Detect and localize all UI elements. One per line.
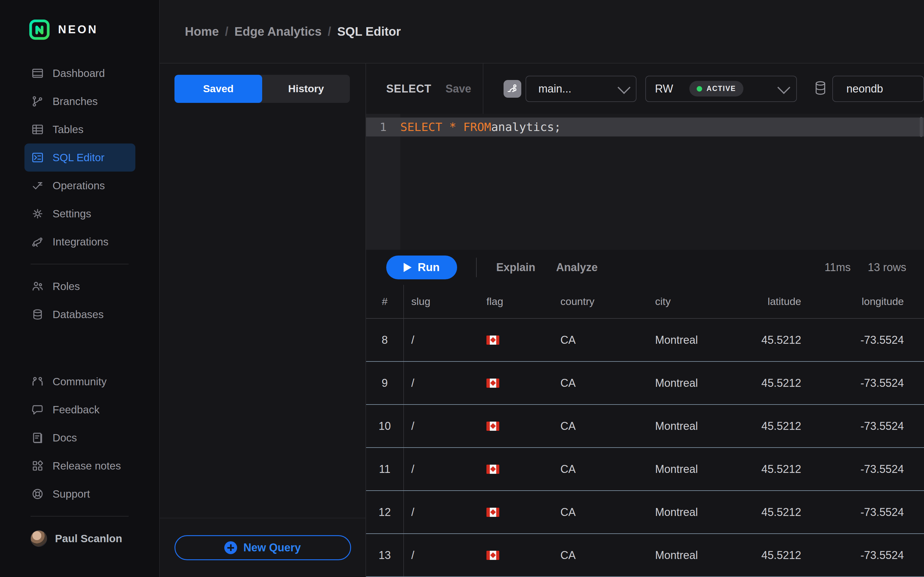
saved-queries-panel: New Query [160, 114, 366, 577]
database-select[interactable]: neondb [832, 76, 924, 102]
sidebar-divider [31, 264, 129, 264]
release-notes-icon [31, 459, 44, 472]
column-header-city: city [647, 295, 739, 308]
sidebar-item-feedback[interactable]: Feedback [24, 396, 136, 424]
breadcrumb-project[interactable]: Edge Analytics [234, 25, 321, 39]
canada-flag-icon [486, 551, 499, 560]
column-header-index: # [366, 285, 404, 318]
sql-identifier: analytics; [491, 120, 561, 134]
breadcrumb-home[interactable]: Home [185, 25, 219, 39]
query-duration: 11ms [825, 261, 851, 274]
docs-icon [31, 431, 44, 444]
integrations-icon [31, 235, 44, 248]
sidebar-item-integrations[interactable]: Integrations [24, 228, 136, 256]
sidebar-item-community[interactable]: Community [24, 367, 136, 396]
run-button[interactable]: Run [386, 256, 457, 279]
run-bar: Run Explain Analyze 11ms 13 rows [366, 250, 924, 285]
saved-history-tabs: Saved History [174, 75, 350, 103]
table-row[interactable]: 12 / CA Montreal 45.5212 -73.5524 [366, 491, 924, 534]
sidebar-item-branches[interactable]: Branches [24, 87, 136, 115]
analyze-button[interactable]: Analyze [554, 261, 599, 274]
compute-select[interactable]: RW ACTIVE [645, 76, 797, 102]
breadcrumb-separator: / [225, 25, 228, 39]
neon-logo-icon [29, 19, 50, 40]
sidebar-item-dashboard[interactable]: Dashboard [24, 59, 136, 87]
chevron-down-icon [617, 81, 630, 94]
query-header: SELECT Save [366, 63, 483, 114]
neon-console: NEON Dashboard Branches Tables SQL Edito… [0, 0, 924, 577]
sql-keyword: SELECT * FROM [400, 120, 491, 134]
roles-icon [31, 280, 44, 293]
branch-chip [504, 80, 521, 98]
support-icon [31, 488, 44, 500]
canada-flag-icon [486, 379, 499, 388]
branch-icon [507, 83, 518, 95]
editor-scrollbar[interactable] [920, 117, 923, 137]
table-row[interactable]: 13 / CA Montreal 45.5212 -73.5524 [366, 534, 924, 577]
save-button[interactable]: Save [446, 82, 471, 95]
table-row[interactable]: 8 / CA Montreal 45.5212 -73.5524 [366, 319, 924, 362]
line-number: 1 [366, 120, 400, 134]
sidebar-item-support[interactable]: Support [24, 480, 136, 508]
sidebar-item-tables[interactable]: Tables [24, 115, 136, 143]
row-count: 13 rows [868, 261, 906, 274]
sidebar-item-settings[interactable]: Settings [24, 200, 136, 228]
sidebar-item-operations[interactable]: Operations [24, 172, 136, 200]
settings-icon [31, 207, 44, 220]
sidebar-nav: Dashboard Branches Tables SQL Editor Ope… [0, 59, 159, 553]
play-icon [404, 263, 412, 272]
sidebar-item-docs[interactable]: Docs [24, 424, 136, 452]
sql-editor-icon [31, 151, 44, 164]
breadcrumb-separator: / [328, 25, 331, 39]
sidebar-divider [31, 516, 129, 517]
column-header-latitude: latitude [739, 295, 809, 308]
community-icon [31, 375, 44, 388]
sidebar: NEON Dashboard Branches Tables SQL Edito… [0, 0, 160, 577]
sidebar-item-release-notes[interactable]: Release notes [24, 452, 136, 480]
chevron-down-icon [777, 81, 790, 94]
main-area: Home / Edge Analytics / SQL Editor Saved… [160, 0, 924, 577]
databases-icon [31, 308, 44, 321]
code-line-1[interactable]: 1 SELECT * FROM analytics; [366, 118, 924, 137]
tab-saved[interactable]: Saved [174, 75, 262, 103]
column-header-country: country [552, 295, 647, 308]
new-query-area: New Query [160, 518, 365, 577]
table-row[interactable]: 9 / CA Montreal 45.5212 -73.5524 [366, 362, 924, 405]
brand-name: NEON [58, 23, 98, 36]
status-badge: ACTIVE [689, 81, 743, 97]
explain-button[interactable]: Explain [494, 261, 537, 274]
branch-value: main... [538, 82, 571, 95]
tab-history[interactable]: History [262, 75, 350, 103]
dashboard-icon [31, 67, 44, 80]
queries-toolbar: Saved History [160, 63, 366, 114]
editor-toolbar: SELECT Save main... RW ACTIVE [366, 63, 924, 114]
column-header-flag: flag [476, 295, 552, 308]
sidebar-item-roles[interactable]: Roles [24, 272, 136, 300]
brand-logo[interactable]: NEON [0, 18, 159, 41]
sidebar-item-sql-editor[interactable]: SQL Editor [24, 143, 136, 172]
breadcrumb: Home / Edge Analytics / SQL Editor [160, 0, 924, 63]
table-row[interactable]: 11 / CA Montreal 45.5212 -73.5524 [366, 448, 924, 491]
branch-select[interactable]: main... [525, 76, 636, 102]
query-title: SELECT [386, 82, 431, 95]
saved-queries-list [160, 114, 365, 518]
canada-flag-icon [486, 422, 499, 431]
plus-icon [224, 541, 237, 554]
feedback-icon [31, 403, 44, 416]
new-query-button[interactable]: New Query [174, 535, 351, 560]
status-label: ACTIVE [706, 85, 736, 93]
column-header-longitude: longitude [809, 295, 911, 308]
sql-code-editor[interactable]: 1 SELECT * FROM analytics; [366, 114, 924, 250]
toolbar-divider [476, 258, 477, 277]
table-header-row: # slug flag country city latitude longit… [366, 285, 924, 319]
active-dot-icon [697, 86, 702, 92]
column-header-slug: slug [404, 295, 476, 308]
compute-value: RW [655, 82, 673, 95]
table-row[interactable]: 10 / CA Montreal 45.5212 -73.5524 [366, 405, 924, 448]
results-table: # slug flag country city latitude longit… [366, 285, 924, 577]
user-menu[interactable]: Paul Scanlon [31, 524, 136, 553]
canada-flag-icon [486, 508, 499, 517]
sidebar-item-databases[interactable]: Databases [24, 300, 136, 329]
sidebar-spacer [0, 329, 159, 367]
breadcrumb-current: SQL Editor [337, 25, 401, 39]
